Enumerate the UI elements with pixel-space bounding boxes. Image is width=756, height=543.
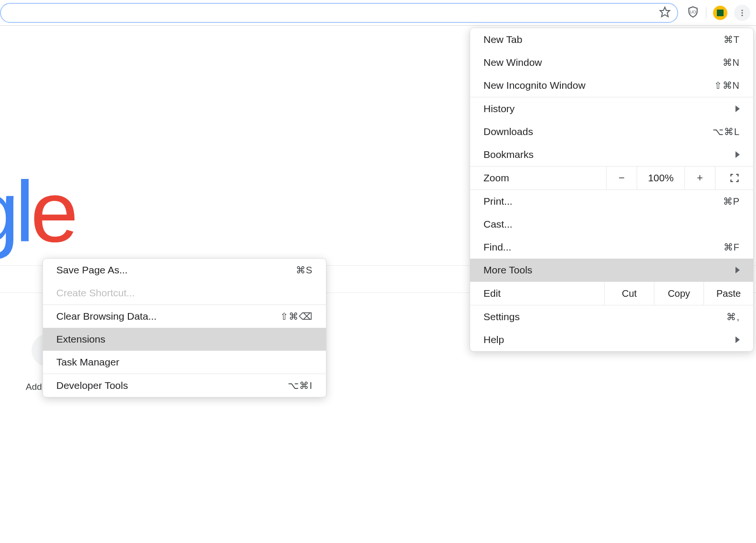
logo-letter-e: e [31,162,74,261]
toolbar-actions: UO [681,5,756,21]
svg-text:UO: UO [690,10,696,14]
add-shortcut-label: Add [26,382,42,392]
svg-marker-0 [660,7,670,17]
submenu-create-shortcut: Create Shortcut... [43,282,326,304]
menu-label: Save Page As... [56,264,127,276]
menu-label: Create Shortcut... [56,287,135,299]
zoom-out-button[interactable]: − [606,167,637,189]
menu-label: Print... [483,196,513,207]
menu-shortcut: ⇧⌘N [714,80,740,91]
menu-label: More Tools [483,264,532,276]
main-menu: New Tab ⌘T New Window ⌘N New Incognito W… [470,28,754,352]
chevron-right-icon [735,105,740,112]
menu-shortcut: ⌘F [724,241,740,253]
profile-avatar[interactable] [713,6,727,20]
menu-zoom-label: Zoom [470,167,606,189]
menu-label: Extensions [56,334,105,345]
star-icon[interactable] [659,6,671,20]
fullscreen-button[interactable] [715,167,753,189]
menu-help[interactable]: Help [470,328,753,351]
menu-new-window[interactable]: New Window ⌘N [470,51,753,74]
menu-label: Settings [483,311,520,323]
menu-shortcut: ⇧⌘⌫ [280,311,313,322]
menu-label: Bookmarks [483,149,534,160]
browser-toolbar: UO [0,0,756,26]
zoom-percent: 100% [637,167,684,189]
menu-label: Downloads [483,126,533,137]
menu-history[interactable]: History [470,97,753,120]
menu-label: New Window [483,57,542,68]
edit-copy-button[interactable]: Copy [654,282,704,305]
menu-label: Help [483,334,504,345]
submenu-task-manager[interactable]: Task Manager [43,351,326,374]
more-tools-submenu: Save Page As... ⌘S Create Shortcut... Cl… [42,258,326,397]
menu-bookmarks[interactable]: Bookmarks [470,143,753,166]
menu-shortcut: ⌥⌘I [288,380,313,391]
menu-shortcut: ⌘T [724,34,740,45]
menu-edit-label: Edit [470,282,604,305]
menu-label: History [483,103,514,115]
address-bar[interactable] [0,3,678,23]
submenu-clear-browsing-data[interactable]: Clear Browsing Data... ⇧⌘⌫ [43,305,326,328]
menu-label: Clear Browsing Data... [56,311,157,322]
menu-shortcut: ⌘P [723,196,740,207]
menu-cast[interactable]: Cast... [470,213,753,236]
menu-print[interactable]: Print... ⌘P [470,190,753,213]
submenu-save-page-as[interactable]: Save Page As... ⌘S [43,259,326,282]
menu-new-tab[interactable]: New Tab ⌘T [470,28,753,51]
menu-label: Developer Tools [56,380,128,391]
edit-paste-button[interactable]: Paste [704,282,753,305]
menu-downloads[interactable]: Downloads ⌥⌘L [470,120,753,143]
menu-label: Task Manager [56,356,119,368]
edit-cut-button[interactable]: Cut [604,282,654,305]
svg-point-4 [742,14,743,16]
menu-label: Find... [483,241,511,253]
menu-label: New Incognito Window [483,80,586,91]
menu-label: New Tab [483,34,522,45]
submenu-extensions[interactable]: Extensions [43,328,326,351]
zoom-in-button[interactable]: + [684,167,715,189]
menu-label: Cast... [483,219,513,230]
logo-letter-l: l [15,162,31,261]
menu-settings[interactable]: Settings ⌘, [470,305,753,328]
shield-icon[interactable]: UO [687,6,699,20]
menu-shortcut: ⌘, [726,311,740,323]
svg-point-3 [742,12,743,13]
menu-shortcut: ⌘N [723,57,740,68]
menu-edit-row: Edit Cut Copy Paste [470,282,753,305]
logo-letter-g: g [0,162,15,261]
menu-zoom-row: Zoom − 100% + [470,166,753,190]
toolbar-divider [706,7,706,19]
chevron-right-icon [735,336,740,343]
menu-shortcut: ⌘S [296,264,313,276]
more-button[interactable] [734,5,750,21]
chevron-right-icon [735,267,740,273]
google-logo-partial: gle [0,162,74,261]
menu-find[interactable]: Find... ⌘F [470,236,753,259]
chevron-right-icon [735,151,740,158]
submenu-developer-tools[interactable]: Developer Tools ⌥⌘I [43,374,326,397]
menu-new-incognito[interactable]: New Incognito Window ⇧⌘N [470,74,753,97]
svg-point-2 [742,10,743,11]
menu-shortcut: ⌥⌘L [713,126,740,137]
menu-more-tools[interactable]: More Tools [470,259,753,282]
